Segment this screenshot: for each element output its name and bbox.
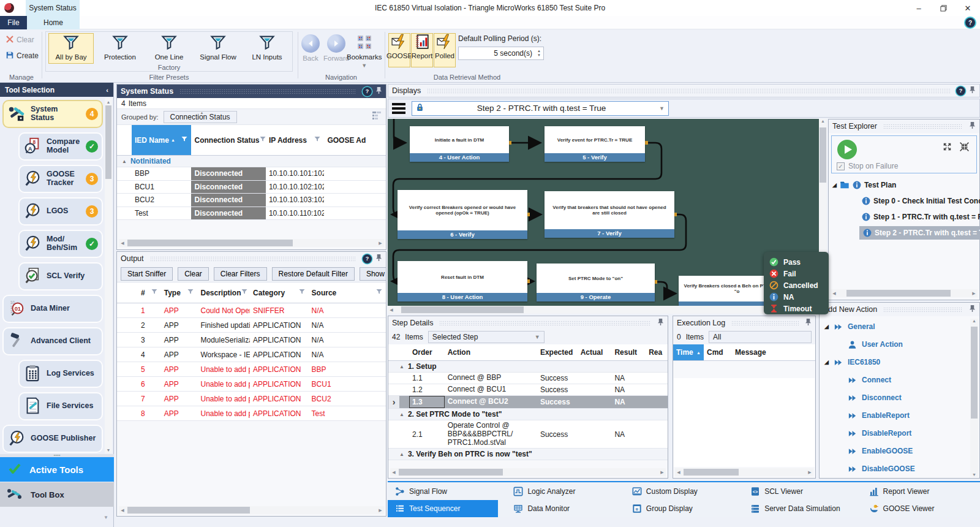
filter-preset-signal-flow[interactable]: Signal Flow bbox=[195, 33, 241, 64]
top-tab-system-status[interactable]: System Status bbox=[26, 0, 80, 16]
polling-period-input[interactable]: 5 second(s) ▲▼ bbox=[458, 47, 544, 60]
column-header-rea[interactable]: Rea bbox=[646, 344, 668, 360]
display-tab-signal-flow[interactable]: Signal Flow bbox=[388, 483, 506, 500]
test-tree-item-1[interactable]: Step 0 - Check Initial Test Cond bbox=[862, 194, 980, 208]
file-menu[interactable]: File bbox=[0, 16, 27, 29]
active-tools-tab[interactable]: Active Tools bbox=[0, 457, 114, 482]
column-header-message[interactable]: Message bbox=[732, 344, 815, 360]
flow-node-8[interactable]: Reset fault in DTM8 - User Action bbox=[398, 261, 527, 301]
group-chip-connection-status[interactable]: ▲ Connection Status bbox=[164, 111, 237, 123]
display-selector-dropdown[interactable]: Step 2 - PTRC.Tr with q.test = True ▼ bbox=[412, 101, 669, 116]
back-button[interactable]: Back bbox=[301, 34, 320, 62]
group-expander-icon[interactable]: ▲ bbox=[122, 159, 127, 164]
group-expander-icon[interactable]: ▲ bbox=[399, 412, 404, 417]
sidebar-item-data-miner[interactable]: 10111001Data Miner bbox=[2, 295, 103, 323]
column-header-order[interactable]: Order bbox=[409, 344, 445, 360]
column-header-time[interactable]: Time▲ bbox=[673, 344, 704, 360]
step-detail-row[interactable]: 1.1Connect @ BBPSuccessNA bbox=[388, 373, 668, 384]
action-tree-item-user-action[interactable]: User Action bbox=[848, 338, 903, 351]
canvas-hscrollbar[interactable]: ◀▶ bbox=[388, 306, 819, 314]
spinner-arrows-icon[interactable]: ▲▼ bbox=[535, 47, 543, 59]
column-header-ip-address[interactable]: IP Address bbox=[266, 125, 325, 155]
sidebar-item-system-status[interactable]: System Status4 bbox=[2, 100, 103, 128]
output-log-row[interactable]: 8APPUnable to add poAPPLICATIONTest bbox=[117, 406, 386, 421]
output-log-row[interactable]: 1APPCould Not OpenSNIFFERN/A bbox=[117, 303, 386, 318]
execution-log-filter-dropdown[interactable]: All bbox=[709, 331, 812, 343]
step-group-row[interactable]: ▲2. Set PTRC Mode to "test" bbox=[388, 409, 668, 420]
filter-preset-one-line[interactable]: One Line bbox=[146, 33, 192, 64]
output-help-icon[interactable]: ? bbox=[363, 254, 372, 264]
sidebar-item-advanced-client[interactable]: Advanced Client bbox=[2, 327, 103, 355]
displays-pin-icon[interactable] bbox=[969, 86, 976, 96]
drm-report-button[interactable]: Report bbox=[411, 33, 433, 67]
column-header-connection-status[interactable]: Connection Status bbox=[191, 125, 265, 155]
filter-icon[interactable] bbox=[375, 288, 383, 297]
sidebar-item-lgos[interactable]: LGOS3 bbox=[18, 197, 103, 226]
column-header-expected[interactable]: Expected bbox=[537, 344, 578, 360]
column-header-description[interactable]: Description bbox=[197, 282, 250, 303]
display-tab-data-monitor[interactable]: Data Monitor bbox=[506, 500, 624, 517]
step-details-pin-icon[interactable] bbox=[657, 318, 664, 328]
flow-node-6[interactable]: Verify correct Breakers opened or would … bbox=[398, 190, 527, 239]
help-icon[interactable]: ? bbox=[965, 18, 975, 28]
filter-preset-protection[interactable]: Protection bbox=[97, 33, 143, 64]
output-log-row[interactable]: 7APPUnable to add poAPPLICATIONBCU2 bbox=[117, 392, 386, 406]
clear-button[interactable]: Clear bbox=[4, 33, 39, 47]
sidebar-item-goose-publisher[interactable]: GOOSE Publisher bbox=[2, 425, 103, 453]
ied-table-row[interactable]: TestDisconnected10.10.10.110:102 bbox=[117, 207, 386, 221]
step-group-row[interactable]: ▲1. Setup bbox=[388, 361, 668, 373]
group-expander-icon[interactable]: ▲ bbox=[399, 364, 404, 370]
hamburger-menu-icon[interactable] bbox=[391, 102, 407, 115]
run-test-button[interactable] bbox=[837, 139, 858, 162]
output-log-row[interactable]: 6APPUnable to add poAPPLICATIONBCU1 bbox=[117, 377, 386, 392]
tree-expander-icon[interactable]: ◢ bbox=[832, 182, 837, 188]
restore-button[interactable] bbox=[931, 0, 956, 16]
group-panel-toggle-icon[interactable] bbox=[372, 111, 382, 123]
system-status-pin-icon[interactable] bbox=[375, 86, 382, 96]
flow-node-4[interactable]: Initiate a fault in DTM4 - User Action bbox=[410, 126, 509, 162]
execution-log-hscrollbar[interactable]: ◀▶ bbox=[675, 468, 813, 476]
sidebar-scrollbar[interactable]: ▲▼ bbox=[105, 98, 112, 453]
step-details-hscrollbar[interactable]: ◀▶ bbox=[390, 468, 666, 476]
action-tree-item-disablereport[interactable]: DisableReport bbox=[848, 427, 911, 440]
column-header-cmd[interactable]: Cmd bbox=[704, 344, 732, 360]
output-pin-icon[interactable] bbox=[375, 254, 382, 264]
column-header-ied-name[interactable]: IED Name▲ bbox=[132, 125, 192, 155]
test-explorer-pin-icon[interactable] bbox=[969, 121, 976, 131]
display-tab-goose-viewer[interactable]: GOOSE Viewer bbox=[862, 500, 980, 517]
create-button[interactable]: Create bbox=[4, 49, 39, 63]
output-log-row[interactable]: 2APPFinished updatinAPPLICATIONN/A bbox=[117, 318, 386, 333]
step-detail-row[interactable]: 1.2Connect @ BCU1SuccessNA bbox=[388, 384, 668, 396]
column-header-action[interactable]: Action bbox=[445, 344, 537, 360]
column-header-actual[interactable]: Actual bbox=[578, 344, 612, 360]
ied-table-row[interactable]: BCU2Disconnected10.10.10.103:102 bbox=[117, 194, 386, 207]
column-header-type[interactable]: Type bbox=[161, 282, 198, 303]
column-header-category[interactable]: Category bbox=[250, 282, 309, 303]
ied-table-row[interactable]: BCU1Disconnected10.10.10.102:102 bbox=[117, 181, 386, 194]
column-header-goose-ad[interactable]: GOOSE Ad bbox=[324, 125, 386, 155]
output-hscrollbar[interactable]: ◀▶ bbox=[119, 506, 384, 514]
flow-node-5[interactable]: Verify event for PTRC.Tr = TRUE5 - Verif… bbox=[545, 126, 645, 162]
filter-icon[interactable] bbox=[298, 288, 306, 297]
test-explorer-hscrollbar[interactable]: ◀▶ bbox=[831, 289, 978, 297]
display-tab-test-sequencer[interactable]: Test Sequencer bbox=[388, 500, 498, 517]
filter-icon[interactable] bbox=[314, 135, 321, 145]
output-log-row[interactable]: 5APPUnable to add poAPPLICATIONBBP bbox=[117, 362, 386, 377]
filter-preset-all-by-bay[interactable]: All by Bay bbox=[48, 33, 94, 64]
sidebar-item-log-services[interactable]: Log Services bbox=[18, 360, 103, 388]
tree-expander-icon[interactable]: ◢ bbox=[824, 359, 829, 365]
minimize-button[interactable]: – bbox=[907, 0, 931, 16]
filter-icon[interactable] bbox=[151, 288, 158, 297]
output-button-clear-filters[interactable]: Clear Filters bbox=[214, 267, 267, 281]
collapse-all-icon[interactable] bbox=[960, 142, 969, 153]
group-row-notinitiated[interactable]: ▲NotInitiated bbox=[117, 156, 386, 167]
sidebar-item-mod-beh-sim[interactable]: Mod/ Beh/Sim✓ bbox=[18, 230, 103, 258]
sidebar-item-scl-verify[interactable]: SCL Verify bbox=[18, 262, 103, 290]
displays-help-icon[interactable]: ? bbox=[956, 86, 965, 96]
output-button-start-sniffer[interactable]: Start Sniffer bbox=[121, 267, 173, 281]
action-tree-item-enablereport[interactable]: EnableReport bbox=[848, 409, 910, 422]
step-detail-row[interactable]: ›1.3Connect @ BCU2SuccessNA bbox=[388, 396, 668, 409]
action-tree-item-connect[interactable]: Connect bbox=[848, 373, 891, 387]
output-log-row[interactable]: 3APPModuleSerializatAPPLICATIONN/A bbox=[117, 333, 386, 347]
action-tree-item-enablegoose[interactable]: EnableGOOSE bbox=[848, 444, 913, 458]
